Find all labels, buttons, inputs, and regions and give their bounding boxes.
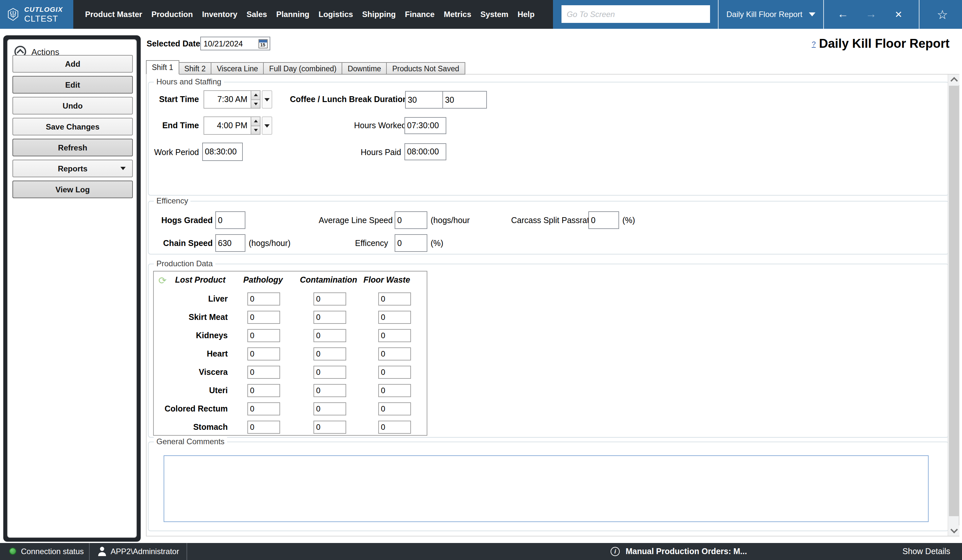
uteri-contamination-input[interactable] (313, 384, 346, 397)
calendar-button[interactable]: 15 (257, 38, 268, 49)
uteri-pathology-input[interactable] (247, 384, 280, 397)
forward-button[interactable]: → (860, 0, 882, 29)
view-log-button[interactable]: View Log (13, 181, 133, 198)
menu-system[interactable]: System (480, 10, 508, 19)
add-button[interactable]: Add (13, 55, 133, 73)
selected-date-label: Selected Date (147, 39, 200, 48)
menu-help[interactable]: Help (518, 10, 535, 19)
start-time-input[interactable] (203, 90, 251, 108)
carcass-split-passrate-input[interactable] (588, 211, 619, 229)
refresh-button-label: Refresh (58, 143, 87, 152)
efficiency-group: Efficency Hogs Graded Average Line Speed… (148, 201, 949, 255)
undo-button[interactable]: Undo (13, 97, 133, 115)
show-details-link[interactable]: Show Details (902, 543, 950, 560)
liver-floor-waste-input[interactable] (378, 292, 411, 305)
tab-full-day-combined[interactable]: Full Day (combined) (263, 62, 342, 74)
stomach-pathology-input[interactable] (247, 421, 280, 434)
end-time-dropdown-button[interactable] (262, 116, 272, 135)
spinner-down-icon (253, 129, 258, 131)
liver-pathology-input[interactable] (247, 292, 280, 305)
menu-inventory[interactable]: Inventory (202, 10, 237, 19)
status-message[interactable]: Manual Production Orders: M... (626, 543, 747, 560)
refresh-button[interactable]: Refresh (13, 139, 133, 157)
production-data-group: Production Data ⟳ Lost Product Pathology… (148, 264, 949, 438)
start-time-picker (203, 90, 272, 108)
tab-shift-1[interactable]: Shift 1 (146, 60, 179, 74)
menu-shipping[interactable]: Shipping (362, 10, 396, 19)
edit-button[interactable]: Edit (13, 76, 133, 94)
skirt-meat-pathology-input[interactable] (247, 311, 280, 324)
heart-contamination-input[interactable] (313, 347, 346, 360)
tab-downtime[interactable]: Downtime (342, 62, 387, 74)
start-time-down-button[interactable] (251, 99, 260, 108)
heart-floor-waste-input[interactable] (378, 347, 411, 360)
work-period-input[interactable] (202, 143, 243, 161)
back-button[interactable]: ← (832, 0, 854, 29)
favorite-star-button[interactable]: ☆ (931, 0, 954, 29)
viscera-pathology-input[interactable] (247, 366, 280, 379)
tab-strip: Shift 1 Shift 2 Viscera Line Full Day (c… (146, 60, 465, 74)
end-time-input[interactable] (203, 116, 251, 135)
vertical-scrollbar[interactable] (947, 74, 959, 536)
skirt-meat-contamination-input[interactable] (313, 311, 346, 324)
start-time-up-button[interactable] (251, 90, 260, 100)
stomach-floor-waste-input[interactable] (378, 421, 411, 434)
carcass-split-passrate-label: Carcass Split Passrate (511, 214, 586, 227)
menu-metrics[interactable]: Metrics (444, 10, 471, 19)
end-time-up-button[interactable] (251, 116, 260, 126)
topbar-right: Daily Kill Floor Report ← → ✕ ☆ (553, 0, 962, 29)
viscera-floor-waste-input[interactable] (378, 366, 411, 379)
coffee-break-input[interactable] (405, 91, 443, 108)
tab-content-panel: Hours and Staffing Start Time Coffee / L… (146, 74, 959, 536)
menu-planning[interactable]: Planning (276, 10, 309, 19)
kidneys-floor-waste-input[interactable] (378, 329, 411, 342)
colored-rectum-floor-waste-input[interactable] (378, 402, 411, 415)
menu-logistics[interactable]: Logistics (318, 10, 353, 19)
hours-paid-input[interactable] (404, 143, 446, 160)
general-comments-group: General Comments (148, 442, 949, 531)
hours-worked-input[interactable] (404, 117, 446, 134)
row-label-uteri: Uteri (154, 384, 228, 397)
tab-shift-2[interactable]: Shift 2 (178, 62, 211, 74)
hogs-graded-input[interactable] (215, 211, 245, 229)
tab-products-not-saved[interactable]: Products Not Saved (386, 62, 465, 74)
save-changes-button[interactable]: Save Changes (13, 118, 133, 136)
close-screen-button[interactable]: ✕ (888, 0, 910, 29)
stomach-contamination-input[interactable] (313, 421, 346, 434)
skirt-meat-floor-waste-input[interactable] (378, 311, 411, 324)
spinner-down-icon (253, 103, 258, 105)
chain-speed-input[interactable] (215, 234, 245, 252)
colored-rectum-pathology-input[interactable] (247, 402, 280, 415)
lunch-break-input[interactable] (442, 91, 487, 108)
spinner-up-icon (253, 94, 258, 97)
uteri-floor-waste-input[interactable] (378, 384, 411, 397)
refresh-icon[interactable]: ⟳ (158, 276, 166, 286)
start-time-dropdown-button[interactable] (262, 90, 272, 108)
end-time-down-button[interactable] (251, 125, 260, 135)
tab-viscera-line[interactable]: Viscera Line (211, 62, 264, 74)
liver-contamination-input[interactable] (313, 292, 346, 305)
menu-production[interactable]: Production (152, 10, 193, 19)
menu-finance[interactable]: Finance (405, 10, 435, 19)
viscera-contamination-input[interactable] (313, 366, 346, 379)
heart-pathology-input[interactable] (247, 347, 280, 360)
colored-rectum-contamination-input[interactable] (313, 402, 346, 415)
efficiency-input[interactable] (395, 234, 427, 252)
reports-dropdown-button[interactable]: Reports (13, 160, 133, 177)
menu-product-master[interactable]: Product Master (85, 10, 142, 19)
screen-selector-dropdown[interactable]: Daily Kill Floor Report (718, 0, 823, 29)
carcass-split-passrate-unit: (%) (622, 214, 635, 227)
average-line-speed-input[interactable] (395, 211, 427, 229)
statusbar-separator (89, 543, 90, 560)
lost-product-table: ⟳ Lost Product Pathology Contamination F… (153, 271, 427, 436)
scrollbar-thumb[interactable] (949, 86, 959, 516)
scroll-up-button[interactable] (948, 74, 959, 85)
go-to-screen-input[interactable] (562, 5, 710, 23)
menu-sales[interactable]: Sales (246, 10, 267, 19)
kidneys-contamination-input[interactable] (313, 329, 346, 342)
general-comments-textarea[interactable] (164, 455, 929, 522)
selected-date-input[interactable] (201, 37, 260, 50)
help-link[interactable]: ? (812, 40, 816, 48)
scroll-down-button[interactable] (948, 525, 959, 536)
kidneys-pathology-input[interactable] (247, 329, 280, 342)
